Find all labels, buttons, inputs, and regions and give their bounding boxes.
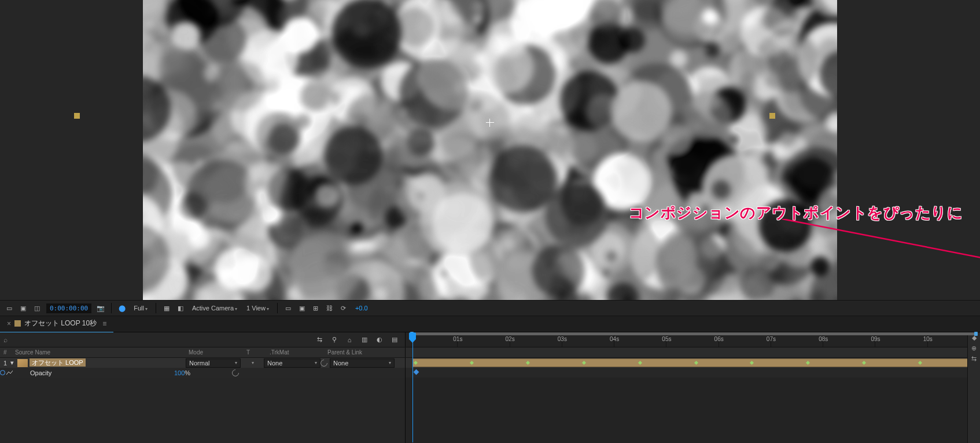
composition-tab[interactable]: × オフセット LOOP 10秒 ≡ bbox=[0, 315, 113, 333]
parent-dropdown[interactable]: None▾ bbox=[330, 358, 395, 368]
fractal-noise-render bbox=[143, 0, 837, 300]
col-timeline bbox=[405, 347, 980, 357]
layer-duration-bar[interactable] bbox=[412, 358, 974, 367]
property-value[interactable]: 100% bbox=[174, 369, 232, 376]
channel-icon[interactable]: ⬤ bbox=[117, 303, 127, 313]
property-pickwhip-icon[interactable] bbox=[231, 368, 241, 378]
resolution-dropdown[interactable]: Full▾ bbox=[131, 303, 150, 313]
close-tab-icon[interactable]: × bbox=[7, 320, 11, 328]
time-marker[interactable] bbox=[414, 361, 418, 365]
property-search[interactable]: ⌕ bbox=[3, 336, 315, 344]
timeline-empty-area bbox=[0, 378, 980, 443]
separator bbox=[111, 303, 112, 313]
layer-row[interactable]: 1 ▾ オフセット LOOP Normal▾ ▾ None▾ None▾ bbox=[0, 358, 980, 368]
safe-zones-icon[interactable]: ▣ bbox=[19, 303, 28, 313]
opacity-keyframe-track[interactable] bbox=[405, 368, 980, 378]
snapshot-icon[interactable]: 📷 bbox=[96, 303, 105, 313]
graph-editor-icon[interactable]: ▤ bbox=[390, 335, 399, 345]
hide-shy-icon[interactable]: ⌂ bbox=[345, 335, 354, 345]
time-marker[interactable] bbox=[750, 361, 754, 365]
layer-duration-track[interactable] bbox=[405, 358, 980, 368]
precomp-icon bbox=[17, 359, 28, 367]
timeline-panel-tabs: × オフセット LOOP 10秒 ≡ bbox=[0, 316, 980, 332]
pixel-aspect-icon[interactable]: ▭ bbox=[283, 303, 293, 313]
col-t[interactable]: T bbox=[243, 349, 266, 356]
work-area-bar[interactable] bbox=[411, 332, 977, 335]
annotation-text: コンポジションのアウトポイントをぴったりに bbox=[629, 204, 963, 221]
time-marker[interactable] bbox=[694, 361, 698, 365]
time-marker[interactable] bbox=[918, 361, 922, 365]
col-parent[interactable]: Parent & Link bbox=[324, 349, 393, 356]
ruler-label: 06s bbox=[714, 336, 724, 342]
composition-viewer bbox=[0, 0, 980, 300]
time-marker[interactable] bbox=[582, 361, 586, 365]
layer-index: 1 bbox=[0, 360, 10, 367]
render-icon[interactable]: ⟳ bbox=[339, 303, 348, 313]
col-index[interactable]: # bbox=[0, 349, 12, 356]
fast-previews-icon[interactable]: ▣ bbox=[297, 303, 307, 313]
stopwatch-icon[interactable] bbox=[0, 370, 5, 375]
camera-label: Active Camera bbox=[192, 305, 234, 312]
ruler-label: 09s bbox=[871, 336, 880, 342]
time-marker[interactable] bbox=[470, 361, 474, 365]
flowchart-icon[interactable]: ⛓ bbox=[325, 303, 334, 313]
property-value-unit: % bbox=[185, 369, 190, 376]
comp-button-icon[interactable]: ⊕ bbox=[968, 343, 980, 353]
col-trkmat[interactable]: .TrkMat bbox=[266, 349, 324, 356]
tab-title: オフセット LOOP 10秒 bbox=[24, 318, 97, 328]
parent-value: None bbox=[333, 360, 348, 367]
preserve-transparency[interactable]: ▾ bbox=[241, 360, 264, 365]
layer-name[interactable]: オフセット LOOP bbox=[30, 358, 86, 367]
blend-mode-value: Normal bbox=[189, 360, 209, 367]
separator bbox=[156, 303, 156, 313]
viewer-options-bar: ▭ ▣ ◫ 0:00:00:00 📷 ⬤ Full▾ ▦ ◧ Active Ca… bbox=[0, 300, 980, 316]
time-marker[interactable] bbox=[526, 361, 530, 365]
exposure-value[interactable]: +0.0 bbox=[353, 303, 370, 313]
composition-mini-flowchart-icon[interactable]: ⇆ bbox=[315, 335, 324, 345]
camera-dropdown[interactable]: Active Camera▾ bbox=[190, 303, 240, 313]
search-placeholder: ⌕ bbox=[3, 336, 8, 344]
timeline-toggle-icons: ⇆ ⚲ ⌂ ▥ ◐ ▤ bbox=[315, 335, 405, 345]
layer-handle-right[interactable] bbox=[769, 113, 775, 119]
motion-blur-icon[interactable]: ◐ bbox=[375, 335, 384, 345]
timeline-header-left: ⌕ ⇆ ⚲ ⌂ ▥ ◐ ▤ bbox=[0, 332, 405, 347]
timeline-ruler-area[interactable]: 01s02s03s04s05s06s07s08s09s10s bbox=[405, 332, 980, 347]
timeline-icon[interactable]: ⊞ bbox=[311, 303, 320, 313]
tab-menu-icon[interactable]: ≡ bbox=[102, 320, 106, 328]
layer-handle-left[interactable] bbox=[74, 113, 80, 119]
pickwhip-icon[interactable] bbox=[319, 358, 329, 368]
track-matte-value: None bbox=[267, 360, 282, 367]
timeline-end-column: ◆ ⊕ ⇆ bbox=[967, 332, 980, 443]
keyframe-diamond[interactable] bbox=[413, 369, 419, 375]
view-count-dropdown[interactable]: 1 View▾ bbox=[244, 303, 271, 313]
toggle-switches-icon[interactable]: ⇆ bbox=[968, 353, 980, 364]
ruler-label: 10s bbox=[923, 336, 933, 342]
ruler-label: 05s bbox=[662, 336, 671, 342]
ruler-label: 02s bbox=[506, 336, 515, 342]
transparency-grid-icon[interactable]: ▦ bbox=[162, 303, 171, 313]
ruler-label: 04s bbox=[610, 336, 619, 342]
mask-visibility-icon[interactable]: ◫ bbox=[32, 303, 42, 313]
col-source-name[interactable]: Source Name bbox=[12, 349, 185, 356]
magnification-icon[interactable]: ▭ bbox=[5, 303, 14, 313]
roi-icon[interactable]: ◧ bbox=[176, 303, 185, 313]
frame-blend-icon[interactable]: ▥ bbox=[360, 335, 369, 345]
preview-canvas[interactable] bbox=[143, 0, 837, 300]
property-name[interactable]: Opacity bbox=[13, 369, 174, 376]
resolution-label: Full bbox=[134, 305, 144, 312]
property-row-opacity: Opacity 100% bbox=[0, 368, 980, 378]
ruler-label: 08s bbox=[819, 336, 828, 342]
draft-3d-icon[interactable]: ⚲ bbox=[330, 335, 339, 345]
time-marker[interactable] bbox=[638, 361, 642, 365]
blend-mode-dropdown[interactable]: Normal▾ bbox=[186, 358, 241, 368]
time-marker[interactable] bbox=[862, 361, 866, 365]
current-time-indicator[interactable] bbox=[412, 332, 413, 442]
layer-twirl-icon[interactable]: ▾ bbox=[10, 359, 17, 367]
property-value-number: 100 bbox=[174, 369, 185, 376]
track-matte-dropdown[interactable]: None▾ bbox=[264, 358, 320, 368]
col-mode[interactable]: Mode bbox=[185, 349, 243, 356]
time-marker[interactable] bbox=[806, 361, 810, 365]
view-label: 1 View bbox=[246, 305, 266, 312]
expression-graph-icon[interactable] bbox=[6, 371, 13, 375]
current-time-display[interactable]: 0:00:00:00 bbox=[46, 303, 91, 313]
